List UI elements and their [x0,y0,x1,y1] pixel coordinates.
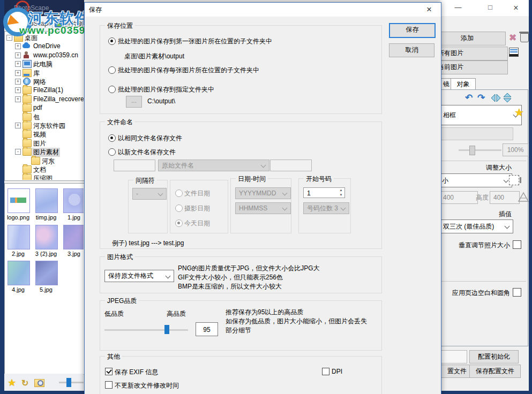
tree-item-label[interactable]: pdf [32,104,43,111]
tree-item-label[interactable]: 库 [32,69,41,78]
tree-item-label[interactable]: 河东 [41,157,56,166]
minimize-button[interactable]: — [450,3,466,11]
margins-checkbox[interactable] [513,288,521,297]
same-name-label[interactable]: 以相同文件名保存文件 [118,134,182,143]
specified-folder-label[interactable]: 批处理的图片保存到指定文件夹中 [118,85,214,94]
time-format-dropdown[interactable]: HHMMSS [235,202,291,214]
thumbnail-3.jpg[interactable] [63,225,84,249]
specified-folder-radio[interactable] [108,86,116,93]
first-subfolder-label[interactable]: 批处理的图片保存到第一张图片所在位置的子文件夹中 [118,37,272,46]
favorites-star-icon[interactable]: ★ [8,377,16,389]
config-init-button[interactable]: 配置初始化 [469,350,519,363]
today-date-label[interactable]: 今天日期 [184,219,210,228]
browse-button[interactable]: ... [126,96,142,108]
vertical-resize-checkbox[interactable] [513,240,521,249]
shoot-date-label[interactable]: 摄影日期 [184,204,210,213]
prefix-field[interactable] [114,160,155,171]
save-dialog-titlebar[interactable] [85,3,441,17]
tab-photoscape[interactable]: PhotoScape [17,20,51,27]
thumbnail-5.jpg[interactable] [35,261,58,285]
height-field[interactable]: 400 [490,191,520,204]
flip-horizontal-icon[interactable] [491,94,500,102]
trash-icon[interactable] [520,33,529,42]
folder-search-icon[interactable] [34,379,44,387]
thumbnail-filename[interactable]: 3 (2).jpg [32,251,60,257]
date-format-dropdown[interactable]: YYYYMMDD [235,187,291,199]
dpi-checkbox[interactable] [322,368,329,375]
file-date-radio[interactable] [175,190,183,197]
expand-icon[interactable]: + [15,52,21,58]
spinner-up-icon[interactable]: ▲ [338,188,344,193]
expand-icon[interactable]: + [15,43,21,49]
tree-item-label[interactable]: OneDrive [32,42,62,50]
dialog-close-icon[interactable]: × [426,4,432,15]
dialog-save-button[interactable]: 保存 [389,23,436,38]
tree-item-label[interactable]: 图片 [32,139,47,148]
tree-item-label[interactable]: 文档 [32,165,47,175]
save-config-button[interactable]: 保存配置文件 [469,365,521,378]
exif-checkbox[interactable] [105,368,113,375]
digits-dropdown[interactable]: 号码位数 3 [303,202,349,214]
thumbnail-timg.jpg[interactable] [35,188,58,213]
no-update-time-checkbox[interactable] [105,381,113,389]
expand-icon[interactable]: + [15,123,21,128]
tree-item-label[interactable]: 视频 [32,130,47,139]
dpi-label[interactable]: DPI [332,368,342,375]
name-pattern-dropdown[interactable]: 原始文件名 [158,160,269,171]
collapse-icon[interactable]: - [6,35,12,41]
thumbnail-1.jpg[interactable] [63,188,84,213]
frame-dropdown[interactable]: 相框 [434,105,522,125]
tree-item-label[interactable]: 此电脑 [32,60,54,69]
refresh-icon[interactable]: ↻ [21,378,28,388]
thumbnail-filename[interactable]: 1.jpg [60,214,84,221]
thumbnail-2.jpg[interactable] [8,225,30,249]
expand-icon[interactable]: + [15,79,21,85]
each-subfolder-radio[interactable] [108,66,116,74]
tree-item-label[interactable]: 网络 [32,78,47,87]
same-name-radio[interactable] [108,134,116,142]
list-icon[interactable] [509,48,519,57]
format-dropdown[interactable]: 保持原文件格式 [104,270,174,282]
no-update-time-label[interactable]: 不更新改文件修改时间 [115,381,179,390]
expand-icon[interactable]: + [15,96,21,102]
tree-item-label[interactable]: FileZilla(1) [32,86,64,94]
quality-value-field[interactable]: 95 [196,322,218,336]
shoot-date-radio[interactable] [175,204,183,212]
today-date-radio[interactable] [175,219,183,227]
expand-icon[interactable]: + [15,87,21,93]
aspect-ratio-icon[interactable] [509,175,519,185]
tab-object[interactable]: 对象 [451,78,476,90]
first-subfolder-radio[interactable] [108,37,116,45]
file-date-label[interactable]: 文件日期 [184,189,210,198]
dialog-cancel-button[interactable]: 取消 [389,43,434,57]
tree-item-label[interactable]: 图片素材 [32,148,60,157]
tree-item-label[interactable]: 包 [32,113,41,122]
thumb-zoom-slider-track[interactable] [59,382,84,383]
thumbnail-filename[interactable]: 2.jpg [4,251,32,257]
undo-icon[interactable]: ↶ [465,92,473,103]
remove-icon[interactable]: ✖ [509,32,516,43]
interpolation-dropdown[interactable]: 双三次 (最佳品质) [434,219,513,233]
resize-mode-dropdown[interactable]: 小 [434,173,512,187]
thumbnail-3 (2).jpg[interactable] [35,225,58,249]
maximize-button[interactable]: □ [482,3,498,11]
thumbnail-filename[interactable]: 3.jpg [60,251,84,257]
tree-item-label[interactable]: 桌面 [24,34,39,43]
suffix-field[interactable] [270,160,312,171]
spinner-down-icon[interactable]: ▼ [338,193,344,198]
expand-icon[interactable]: + [15,70,21,76]
thumb-zoom-slider-handle[interactable] [66,378,71,387]
expand-icon[interactable]: + [15,61,21,67]
tree-item-label[interactable]: FileZilla_recovere [32,95,84,103]
tree-item-label[interactable]: www.pc0359.cn [32,51,79,59]
thumbnail-filename[interactable]: timg.jpg [32,214,60,221]
tree-item-label[interactable]: 河东软件园 [32,122,66,131]
collapse-icon[interactable]: - [15,149,21,155]
exif-label[interactable]: 保存 EXIF 信息 [115,368,158,377]
separator-dropdown[interactable]: - [132,188,167,200]
redo-icon[interactable]: ↷ [477,92,485,103]
thumbnail-filename[interactable]: logo.png [4,214,32,221]
new-name-radio[interactable] [108,148,116,156]
thumbnail-logo.png[interactable] [8,188,30,213]
quality-slider-handle[interactable] [164,325,169,334]
